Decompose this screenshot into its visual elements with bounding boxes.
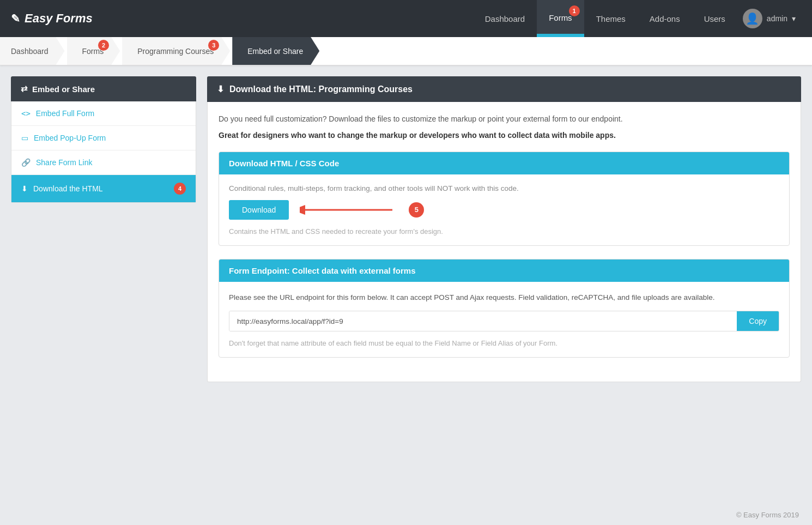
- chevron-down-icon: ▾: [792, 14, 796, 23]
- nav-user[interactable]: 👤 admin ▾: [737, 9, 801, 28]
- card1-body: Conditional rules, multi-steps, form tra…: [219, 174, 789, 245]
- nav-users[interactable]: Users: [692, 0, 737, 37]
- endpoint-card: Form Endpoint: Collect data with externa…: [219, 259, 790, 358]
- card2-body: Please see the URL endpoint for this for…: [219, 282, 789, 358]
- breadcrumb-forms[interactable]: Forms 2: [67, 37, 120, 65]
- url-row: Copy: [229, 311, 779, 331]
- link-icon: 🔗: [21, 158, 31, 167]
- card2-desc: Please see the URL endpoint for this for…: [229, 292, 779, 304]
- card1-footer: Contains the HTML and CSS needed to recr…: [229, 227, 779, 236]
- sidebar-download-badge: 4: [174, 183, 186, 195]
- sidebar-item-embed-popup[interactable]: ▭ Embed Pop-Up Form: [11, 126, 196, 150]
- content-area: ⬇ Download the HTML: Programming Courses…: [207, 76, 801, 492]
- breadcrumb-bar: Dashboard Forms 2 Programming Courses 3 …: [0, 37, 812, 65]
- nav-dashboard[interactable]: Dashboard: [473, 0, 537, 37]
- sidebar-menu: <> Embed Full Form ▭ Embed Pop-Up Form 🔗…: [11, 101, 196, 203]
- page-footer: © Easy Forms 2019: [0, 503, 812, 525]
- arrow-annotation: [300, 201, 398, 219]
- download-button[interactable]: Download: [229, 200, 289, 220]
- embed-full-icon: <>: [21, 109, 31, 118]
- content-header-icon: ⬇: [217, 84, 224, 94]
- breadcrumb-embed-share[interactable]: Embed or Share: [232, 37, 319, 65]
- download-icon: ⬇: [21, 184, 28, 193]
- nav-addons[interactable]: Add-ons: [638, 0, 692, 37]
- share-icon: ⇄: [21, 84, 28, 94]
- nav-themes[interactable]: Themes: [584, 0, 638, 37]
- url-input[interactable]: [229, 311, 737, 331]
- card1-note: Conditional rules, multi-steps, form tra…: [229, 184, 779, 192]
- breadcrumb-forms-badge: 2: [98, 40, 109, 51]
- download-html-card: Download HTML / CSS Code Conditional rul…: [219, 152, 790, 246]
- nav-forms-badge: 1: [569, 5, 580, 16]
- top-nav: ✎ Easy Forms Dashboard Forms 1 Themes Ad…: [0, 0, 812, 37]
- breadcrumb-programming-courses[interactable]: Programming Courses 3: [122, 37, 230, 65]
- badge5: 5: [409, 202, 424, 218]
- avatar: 👤: [743, 9, 762, 28]
- content-body: Do you need full customization? Download…: [207, 102, 801, 382]
- sidebar: ⇄ Embed or Share <> Embed Full Form ▭ Em…: [11, 76, 196, 492]
- main-container: ⇄ Embed or Share <> Embed Full Form ▭ Em…: [0, 65, 812, 503]
- brand-name: Easy Forms: [25, 11, 93, 26]
- card2-header: Form Endpoint: Collect data with externa…: [219, 260, 789, 282]
- sidebar-item-share-link[interactable]: 🔗 Share Form Link: [11, 150, 196, 175]
- content-header: ⬇ Download the HTML: Programming Courses: [207, 76, 801, 102]
- card2-footer: Don't forget that name attribute of each…: [229, 339, 779, 347]
- brand: ✎ Easy Forms: [11, 11, 473, 26]
- popup-icon: ▭: [21, 134, 28, 142]
- copy-button[interactable]: Copy: [737, 311, 779, 331]
- desc2: Great for designers who want to change t…: [219, 129, 790, 141]
- sidebar-header: ⇄ Embed or Share: [11, 76, 196, 101]
- username: admin: [767, 14, 787, 23]
- breadcrumb-dashboard[interactable]: Dashboard: [0, 37, 65, 65]
- sidebar-item-embed-full[interactable]: <> Embed Full Form: [11, 101, 196, 126]
- nav-forms[interactable]: Forms 1: [537, 0, 584, 37]
- nav-links: Dashboard Forms 1 Themes Add-ons Users: [473, 0, 737, 37]
- breadcrumb-course-badge: 3: [208, 40, 219, 51]
- sidebar-item-download-html[interactable]: ⬇ Download the HTML 4: [11, 175, 196, 202]
- card1-header: Download HTML / CSS Code: [219, 152, 789, 174]
- download-row: Download 5: [229, 200, 779, 220]
- brand-icon: ✎: [11, 12, 20, 25]
- desc1: Do you need full customization? Download…: [219, 113, 790, 125]
